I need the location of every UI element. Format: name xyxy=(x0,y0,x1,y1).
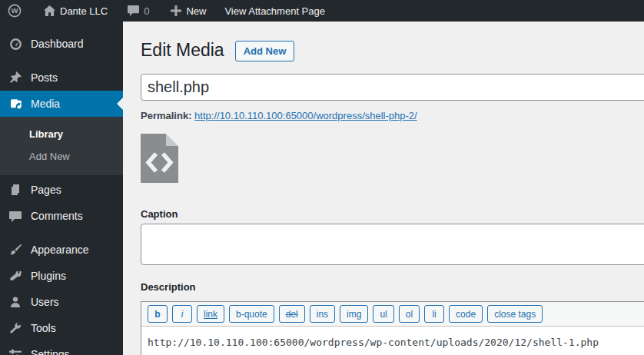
quicktag-link-button[interactable]: link xyxy=(197,305,224,323)
admin-sidebar: Dashboard Posts Media xyxy=(0,22,123,355)
wordpress-logo-icon: W xyxy=(8,4,22,18)
comments-count: 0 xyxy=(144,5,149,17)
new-label: New xyxy=(186,5,206,17)
sliders-icon xyxy=(8,348,23,355)
sidebar-item-posts[interactable]: Posts xyxy=(0,65,123,91)
permalink-row: Permalink: http://10.10.110.100:65000/wo… xyxy=(141,110,644,121)
admin-bar: W Dante LLC 0 New View Attachment Page xyxy=(0,0,644,22)
media-icon xyxy=(8,98,23,111)
submenu-item-library[interactable]: Library xyxy=(0,123,123,145)
media-title-input[interactable] xyxy=(141,74,644,101)
new-content-menu[interactable]: New xyxy=(162,0,214,22)
view-attachment-page-label: View Attachment Page xyxy=(224,5,325,17)
sidebar-item-label: Pages xyxy=(31,184,61,196)
svg-text:W: W xyxy=(12,6,18,15)
sidebar-item-label: Posts xyxy=(31,71,58,84)
pages-icon xyxy=(8,184,23,196)
sidebar-item-media[interactable]: Media xyxy=(0,91,123,117)
quicktag-bold-button[interactable]: b xyxy=(148,305,168,323)
comments-menu[interactable]: 0 xyxy=(119,0,158,22)
permalink-label: Permalink: xyxy=(141,110,191,121)
pushpin-icon xyxy=(8,71,23,84)
quicktag-img-button[interactable]: img xyxy=(340,305,368,323)
plus-icon xyxy=(171,5,181,16)
wordpress-logo-menu[interactable]: W xyxy=(0,0,29,22)
view-attachment-page-link[interactable]: View Attachment Page xyxy=(216,0,334,22)
sidebar-item-label: Users xyxy=(31,296,59,308)
current-menu-arrow xyxy=(117,98,123,110)
add-new-button[interactable]: Add New xyxy=(235,41,295,61)
home-icon xyxy=(44,5,55,16)
sidebar-item-label: Media xyxy=(31,98,60,110)
plugin-icon xyxy=(8,270,23,282)
sidebar-item-settings[interactable]: Settings xyxy=(0,341,123,355)
media-submenu: Library Add New xyxy=(0,117,123,175)
caption-label: Caption xyxy=(141,208,644,220)
sidebar-item-label: Comments xyxy=(31,210,83,222)
quicktag-ol-button[interactable]: ol xyxy=(399,305,420,323)
sidebar-item-users[interactable]: Users xyxy=(0,289,123,315)
quicktag-bquote-button[interactable]: b-quote xyxy=(229,305,274,323)
sidebar-item-label: Dashboard xyxy=(31,38,84,50)
page-title: Edit Media xyxy=(141,40,224,61)
quicktag-closetags-button[interactable]: close tags xyxy=(487,305,543,323)
sidebar-item-comments[interactable]: Comments xyxy=(0,203,123,229)
sidebar-item-dashboard[interactable]: Dashboard xyxy=(0,31,123,57)
attachment-preview xyxy=(141,134,178,183)
sidebar-item-label: Plugins xyxy=(31,270,66,282)
submenu-item-add-new[interactable]: Add New xyxy=(0,145,123,168)
quicktag-code-button[interactable]: code xyxy=(449,305,483,323)
comment-bubble-icon xyxy=(128,5,139,16)
description-editor: b i link b-quote del ins img ul ol li co… xyxy=(141,301,644,355)
sidebar-item-tools[interactable]: Tools xyxy=(0,315,123,341)
quicktag-italic-button[interactable]: i xyxy=(172,305,192,323)
site-name-menu[interactable]: Dante LLC xyxy=(35,0,116,22)
description-textarea[interactable]: http://10.10.110.100:65000/wordpress/wp-… xyxy=(141,327,644,355)
sidebar-item-label: Appearance xyxy=(31,244,89,256)
paintbrush-icon xyxy=(8,244,23,257)
edit-media-page: Edit Media Add New Permalink: http://10.… xyxy=(123,22,644,355)
menu-separator xyxy=(0,229,123,237)
user-icon xyxy=(8,296,23,308)
menu-separator xyxy=(0,57,123,65)
permalink-link[interactable]: http://10.10.110.100:65000/wordpress/she… xyxy=(194,110,417,121)
quicktags-toolbar: b i link b-quote del ins img ul ol li co… xyxy=(141,302,644,327)
site-name-label: Dante LLC xyxy=(60,5,108,17)
comments-icon xyxy=(8,211,23,222)
sidebar-item-plugins[interactable]: Plugins xyxy=(0,263,123,289)
code-file-icon xyxy=(141,134,178,183)
wrench-icon xyxy=(8,322,23,334)
dashboard-gauge-icon xyxy=(8,38,23,51)
description-label: Description xyxy=(141,281,644,293)
quicktag-li-button[interactable]: li xyxy=(424,305,444,323)
quicktag-ins-button[interactable]: ins xyxy=(310,305,335,323)
sidebar-item-appearance[interactable]: Appearance xyxy=(0,237,123,263)
sidebar-item-label: Tools xyxy=(31,322,56,334)
sidebar-item-pages[interactable]: Pages xyxy=(0,177,123,203)
sidebar-item-label: Settings xyxy=(31,348,70,355)
caption-textarea[interactable] xyxy=(141,224,644,265)
quicktag-ul-button[interactable]: ul xyxy=(373,305,393,323)
quicktag-del-button[interactable]: del xyxy=(279,305,305,323)
